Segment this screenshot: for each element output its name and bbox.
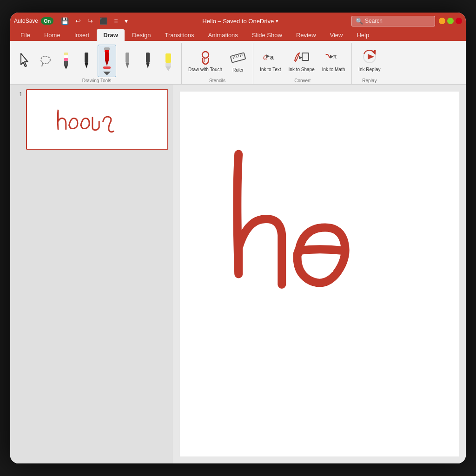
customize-icon[interactable]: ≡ — [112, 16, 119, 26]
presentation-icon[interactable]: ⬛ — [98, 16, 109, 26]
tab-review[interactable]: Review — [290, 29, 323, 41]
svg-marker-39 — [368, 54, 374, 60]
svg-line-2 — [42, 63, 43, 66]
pen3-selected-icon — [102, 46, 112, 71]
svg-text:a: a — [263, 52, 267, 61]
svg-marker-7 — [64, 66, 68, 69]
ink-to-math-label: Ink to Math — [322, 67, 345, 73]
highlighter-icon — [163, 51, 173, 71]
svg-marker-0 — [21, 53, 28, 66]
ink-replay-icon — [360, 49, 379, 66]
close-button[interactable]: × — [456, 18, 462, 24]
ink-to-shape-button[interactable]: Ink to Shape — [286, 47, 317, 74]
pen3-button[interactable] — [98, 45, 116, 77]
highlighter-button[interactable] — [159, 49, 178, 73]
svg-line-29 — [240, 54, 241, 57]
search-input[interactable] — [365, 18, 425, 24]
pen5-button[interactable] — [139, 49, 157, 73]
minimize-button[interactable]: − — [439, 18, 445, 24]
tab-home[interactable]: Home — [38, 29, 67, 41]
convert-buttons: a a Ink to Text — [257, 45, 348, 77]
svg-line-30 — [242, 54, 243, 55]
svg-rect-4 — [64, 55, 68, 58]
svg-rect-34 — [302, 53, 309, 60]
svg-rect-6 — [64, 61, 68, 66]
autosave-toggle[interactable]: On — [41, 17, 53, 25]
convert-label: Convert — [294, 77, 311, 83]
slide-panel: 1 — [10, 85, 173, 463]
svg-rect-3 — [64, 53, 68, 55]
pen2-button[interactable] — [77, 49, 96, 73]
draw-with-touch-button[interactable]: Draw with Touch — [185, 47, 225, 74]
svg-marker-15 — [103, 72, 111, 75]
lasso-tool-button[interactable] — [36, 51, 55, 71]
slide-thumb-container: 1 — [15, 89, 168, 150]
title-bar: AutoSave On 💾 ↩ ↪ ⬛ ≡ ▾ Hello – Saved to… — [10, 13, 466, 29]
cursor-icon — [19, 53, 32, 69]
search-bar[interactable]: 🔍 — [351, 16, 435, 26]
pen5-icon — [143, 51, 153, 71]
pen3-dropdown-icon — [103, 72, 111, 75]
svg-rect-16 — [126, 53, 129, 63]
main-content: 1 — [10, 85, 466, 463]
svg-line-28 — [238, 55, 239, 56]
maximize-button[interactable]: □ — [447, 18, 454, 24]
svg-rect-21 — [165, 63, 171, 66]
tab-file[interactable]: File — [14, 29, 37, 41]
ink-to-shape-label: Ink to Shape — [289, 67, 315, 73]
main-slide-svg — [180, 92, 459, 456]
tab-design[interactable]: Design — [126, 29, 157, 41]
pen1-button[interactable] — [57, 49, 75, 73]
tab-draw[interactable]: Draw — [97, 29, 125, 41]
svg-point-1 — [41, 56, 50, 64]
redo-icon[interactable]: ↪ — [86, 16, 95, 26]
ink-to-math-button[interactable]: π Ink to Math — [319, 47, 348, 74]
save-icon[interactable]: 💾 — [59, 16, 71, 26]
more-icon[interactable]: ▾ — [123, 16, 130, 26]
svg-rect-20 — [165, 53, 171, 63]
autosave-area: AutoSave On — [14, 17, 53, 25]
touch-stencils-buttons: Draw with Touch Ruler — [185, 45, 249, 77]
doc-title: Hello – Saved to OneDrive ▾ — [133, 18, 348, 25]
device-frame: AutoSave On 💾 ↩ ↪ ⬛ ≡ ▾ Hello – Saved to… — [10, 13, 466, 463]
window-controls: − □ × — [439, 18, 462, 24]
slide-number: 1 — [15, 91, 22, 98]
svg-marker-22 — [165, 66, 171, 71]
svg-marker-19 — [146, 63, 150, 68]
ruler-button[interactable]: Ruler — [227, 48, 249, 74]
ribbon-tabs: File Home Insert Draw Design Transitions… — [10, 29, 466, 41]
tab-animations[interactable]: Animations — [202, 29, 245, 41]
tab-help[interactable]: Help — [350, 29, 376, 41]
pen2-icon — [81, 51, 92, 71]
undo-icon[interactable]: ↩ — [73, 16, 83, 26]
main-slide[interactable] — [180, 92, 459, 456]
pen4-icon — [122, 51, 132, 71]
tab-slideshow[interactable]: Slide Show — [245, 29, 289, 41]
pen1-icon — [61, 51, 71, 71]
svg-rect-8 — [85, 53, 88, 63]
replay-group-label: Replay — [362, 77, 377, 83]
dropdown-arrow-icon[interactable]: ▾ — [276, 18, 278, 24]
slide-thumbnail[interactable] — [26, 89, 168, 150]
svg-rect-24 — [231, 53, 246, 62]
ink-to-math-icon: π — [324, 49, 342, 66]
svg-rect-5 — [64, 58, 68, 61]
tab-view[interactable]: View — [324, 29, 350, 41]
tab-transitions[interactable]: Transitions — [158, 29, 200, 41]
svg-marker-9 — [85, 63, 88, 68]
svg-line-27 — [237, 55, 237, 58]
ink-replay-label: Ink Replay — [358, 67, 380, 73]
ink-to-shape-icon — [293, 49, 311, 66]
ink-to-text-button[interactable]: a a Ink to Text — [257, 47, 284, 74]
svg-line-25 — [233, 56, 233, 59]
ruler-icon — [230, 50, 246, 66]
drawing-tools-label: Drawing Tools — [82, 77, 112, 83]
drawing-tools-buttons — [16, 45, 178, 77]
ink-replay-button[interactable]: Ink Replay — [356, 47, 383, 74]
cursor-tool-button[interactable] — [16, 51, 34, 71]
pen4-button[interactable] — [118, 49, 137, 73]
ribbon-group-drawing-tools: Drawing Tools — [12, 43, 182, 84]
slide-area — [173, 85, 466, 463]
ribbon-group-touch: Draw with Touch Ruler — [182, 43, 253, 84]
tab-insert[interactable]: Insert — [68, 29, 96, 41]
